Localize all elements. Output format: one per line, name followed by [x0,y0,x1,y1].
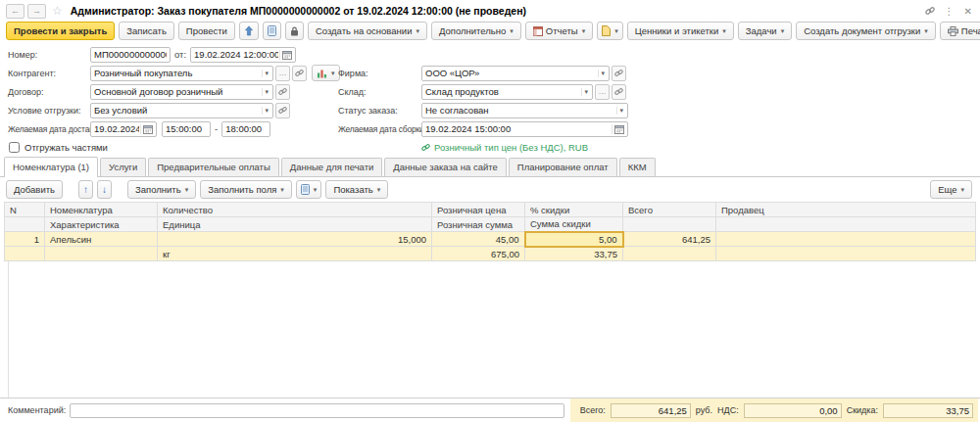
shipping-condition-input[interactable] [93,104,261,117]
move-down-button[interactable]: ↓ [97,180,112,199]
cell-empty[interactable] [623,247,716,261]
write-button[interactable]: Записать [119,22,174,40]
link-icon [278,87,287,96]
counterparty-dossier-button[interactable]: ▾ [312,65,340,81]
caret-down-icon[interactable]: ▾ [616,107,625,115]
tab-nomenclature[interactable]: Номенклатура (1) [4,157,98,177]
col-subheader-empty [623,217,716,232]
warehouse-list-button[interactable]: … [595,84,610,100]
discount-value-field: 33,75 [883,403,973,418]
caret-down-icon[interactable]: ▾ [598,70,607,77]
link-icon [614,87,623,96]
document-date-input[interactable] [193,48,279,62]
form-right-column: Фирма: ▾ Склад: ▾ … Статус заказа: ▾ Жел… [338,65,628,156]
document-icon-button[interactable]: ▾ [597,22,623,40]
price-type-link[interactable]: Розничный тип цен (Без НДС), RUB [421,142,588,153]
order-status-row: Статус заказа: ▾ [338,102,628,118]
comment-input[interactable] [70,403,564,418]
time-range-dash: - [215,123,218,134]
get-link-icon[interactable] [925,6,935,16]
tab-print-data[interactable]: Данные для печати [281,158,383,176]
cell-retail-price[interactable]: 45,00 [432,232,525,247]
post-button[interactable]: Провести [178,22,235,40]
delivery-time-from-input[interactable] [165,122,208,136]
caret-down-icon: ▾ [510,27,514,35]
lock-icon-button[interactable] [285,22,304,40]
back-icon[interactable]: ← [6,4,24,19]
shipping-condition-open-button[interactable] [275,103,290,118]
counterparty-list-button[interactable]: … [275,66,290,81]
favorite-star-icon[interactable]: ☆ [52,4,63,18]
cell-empty[interactable] [716,247,976,261]
warehouse-input[interactable] [424,85,580,99]
price-tags-button[interactable]: Ценники и этикетки▾ [627,22,734,40]
spreadsheet-icon-button[interactable]: ▾ [296,180,322,199]
create-shipment-doc-button[interactable]: Создать документ отгрузки▾ [796,22,936,40]
number-input[interactable] [93,48,168,62]
items-table: N Номенклатура Количество Розничная цена… [4,202,976,261]
order-status-input[interactable] [424,104,615,117]
items-more-button[interactable]: Еще▾ [930,180,972,199]
cell-total[interactable]: 641,25 [623,232,716,247]
currency-label: руб. [696,405,712,415]
cell-retail-sum[interactable]: 675,00 [432,247,525,261]
counterparty-input[interactable] [93,67,261,80]
print-button[interactable]: Печать▾ [940,22,980,40]
caret-down-icon[interactable]: ▾ [262,88,270,96]
title-actions: ⋮ ✕ [925,6,972,17]
assembly-date-input[interactable] [424,122,612,136]
button-label: Записать [126,25,167,36]
cell-discount-percent-selected[interactable]: 5,00 [525,232,623,247]
partial-shipping-checkbox[interactable] [9,142,20,153]
cell-nomenclature[interactable]: Апельсин [45,232,158,247]
delivery-date-input[interactable] [93,122,140,136]
shipping-condition-row: Условие отгрузки: ▾ [8,102,340,118]
tab-prepayments[interactable]: Предварительные оплаты [148,158,278,176]
cell-discount-sum[interactable]: 33,75 [525,247,623,261]
forward-icon[interactable]: → [27,4,46,19]
fill-button[interactable]: Заполнить▾ [127,180,196,199]
cell-seller[interactable] [716,232,976,247]
warehouse-row: Склад: ▾ … [338,83,628,100]
caret-down-icon[interactable]: ▾ [262,107,270,115]
caret-down-icon[interactable]: ▾ [581,88,590,96]
tab-services[interactable]: Услуги [100,158,146,176]
movements-icon-button[interactable] [239,22,259,40]
reports-button[interactable]: Отчеты▾ [525,22,593,40]
add-row-button[interactable]: Добавить [6,180,63,199]
create-based-on-button[interactable]: Создать на основании▾ [308,22,427,40]
items-grid-area: N Номенклатура Количество Розничная цена… [4,202,976,398]
cell-row-number[interactable]: 1 [5,232,45,247]
tasks-button[interactable]: Задачи▾ [738,22,792,40]
link-icon [295,69,304,77]
more-actions-icon[interactable]: ⋮ [945,6,955,17]
button-label: Провести [186,25,227,36]
vat-value-field: 0,00 [744,403,842,418]
counterparty-open-button[interactable] [292,66,307,81]
comment-label: Комментарий: [8,405,66,415]
tab-kkm[interactable]: ККМ [619,158,656,176]
fill-fields-button[interactable]: Заполнить поля▾ [200,180,292,199]
firm-input[interactable] [424,67,597,80]
calendar-icon[interactable] [612,124,625,134]
post-and-close-button[interactable]: Провести и закрыть [6,22,115,40]
cell-empty[interactable] [5,247,45,261]
calendar-icon[interactable] [140,124,154,134]
delivery-time-to-input[interactable] [224,122,268,136]
move-up-button[interactable]: ↑ [78,180,93,199]
cell-characteristic[interactable] [45,247,158,261]
tab-site-order-data[interactable]: Данные заказа на сайте [384,158,506,176]
tab-payment-planning[interactable]: Планирование оплат [509,158,617,176]
calendar-icon[interactable] [279,50,293,60]
contract-open-button[interactable] [275,84,290,100]
contract-input[interactable] [93,85,261,99]
firm-open-button[interactable] [612,66,626,81]
cell-unit[interactable]: кг [158,247,432,261]
cell-quantity[interactable]: 15,000 [158,232,432,247]
caret-down-icon[interactable]: ▾ [262,70,270,77]
show-button[interactable]: Показать▾ [325,180,388,199]
document-card-icon-button[interactable] [263,22,281,40]
close-icon[interactable]: ✕ [964,6,972,17]
warehouse-open-button[interactable] [612,84,626,100]
additional-button[interactable]: Дополнительно▾ [431,22,521,40]
